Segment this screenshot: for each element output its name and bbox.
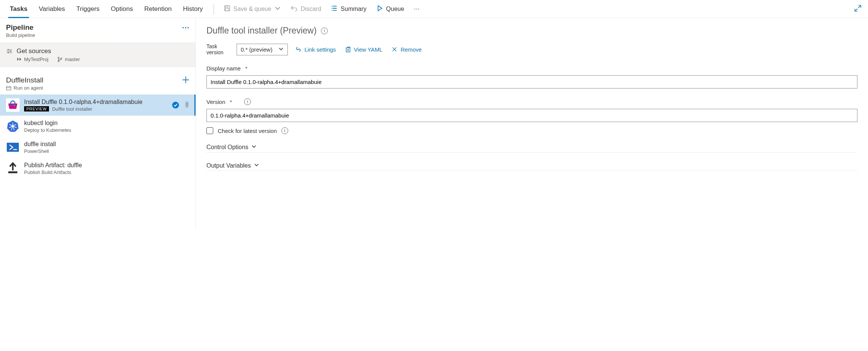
queue-label: Queue xyxy=(386,6,404,12)
artifact-icon xyxy=(6,162,20,175)
info-icon[interactable]: i xyxy=(321,27,328,34)
svg-point-8 xyxy=(11,105,12,107)
display-name-input[interactable] xyxy=(206,75,857,89)
chevron-down-icon xyxy=(278,46,284,53)
link-settings-button[interactable]: Link settings xyxy=(295,46,336,53)
task-title: kubectl login xyxy=(24,120,189,127)
panel-title: Duffle tool installer (Preview) xyxy=(206,26,316,36)
svg-rect-14 xyxy=(8,171,17,173)
check-icon xyxy=(172,102,179,108)
task-row[interactable]: Publish Artifact: dufflePublish Build Ar… xyxy=(0,158,196,179)
task-version-value: 0.* (preview) xyxy=(241,46,272,53)
info-icon[interactable]: i xyxy=(244,98,251,105)
save-queue-button[interactable]: Save & queue xyxy=(219,0,286,18)
drag-handle-icon[interactable]: ⠿⠿ xyxy=(183,103,189,107)
check-latest-label: Check for latest version xyxy=(218,128,277,134)
tab-history[interactable]: History xyxy=(178,0,208,18)
task-row[interactable]: duffle installPowerShell xyxy=(0,137,196,158)
info-icon[interactable]: i xyxy=(281,127,288,134)
task-row[interactable]: Install Duffle 0.1.0-ralpha.4+dramallama… xyxy=(0,95,196,116)
pipeline-more-icon[interactable]: ··· xyxy=(182,23,189,32)
pipeline-subtitle: Build pipeline xyxy=(6,32,35,38)
pipeline-title[interactable]: Pipeline xyxy=(6,23,35,32)
svg-point-3 xyxy=(58,57,60,58)
tab-triggers[interactable]: Triggers xyxy=(71,0,105,18)
toolbar-divider xyxy=(214,4,214,14)
sources-icon xyxy=(6,47,13,54)
task-row[interactable]: kubectl loginDeploy to Kubernetes xyxy=(0,116,196,137)
discard-button[interactable]: Discard xyxy=(286,0,326,18)
svg-rect-1 xyxy=(225,6,228,8)
svg-rect-15 xyxy=(346,48,350,52)
task-subtitle: PowerShell xyxy=(24,148,49,154)
output-variables-section[interactable]: Output Variables xyxy=(206,162,857,171)
add-task-button[interactable] xyxy=(182,76,189,85)
job-header[interactable]: DuffleInstall Run on agent xyxy=(0,67,196,95)
get-sources-row[interactable]: Get sources MyTestProj master xyxy=(0,43,196,67)
remove-button[interactable]: Remove xyxy=(391,46,422,53)
undo-icon xyxy=(291,5,298,13)
save-queue-label: Save & queue xyxy=(234,6,272,12)
branch-name: master xyxy=(57,56,80,62)
queue-button[interactable]: Queue xyxy=(372,0,409,18)
expand-icon[interactable] xyxy=(852,5,863,13)
svg-rect-6 xyxy=(6,87,11,90)
task-title: duffle install xyxy=(24,141,189,148)
top-tabs-toolbar: Tasks Variables Triggers Options Retenti… xyxy=(0,0,868,18)
ps-icon xyxy=(6,140,20,154)
discard-label: Discard xyxy=(301,6,321,12)
summary-button[interactable]: Summary xyxy=(326,0,371,18)
preview-badge: PREVIEW xyxy=(24,106,49,111)
display-name-label: Display name xyxy=(206,65,241,72)
duffle-icon xyxy=(6,98,20,112)
job-sub: Run on agent xyxy=(14,85,43,91)
svg-point-5 xyxy=(61,58,62,59)
list-icon xyxy=(331,5,338,13)
play-icon xyxy=(376,5,383,13)
svg-point-9 xyxy=(14,105,15,107)
task-subtitle: Deploy to Kubernetes xyxy=(24,127,71,133)
get-sources-title: Get sources xyxy=(17,47,80,55)
repo-name: MyTestProj xyxy=(17,56,48,62)
check-latest-checkbox[interactable] xyxy=(206,127,213,134)
tab-retention[interactable]: Retention xyxy=(139,0,177,18)
tab-variables[interactable]: Variables xyxy=(34,0,70,18)
job-name: DuffleInstall xyxy=(6,76,43,84)
save-icon xyxy=(224,5,231,13)
k8s-icon xyxy=(6,119,20,133)
task-version-select[interactable]: 0.* (preview) xyxy=(237,44,288,55)
tab-options[interactable]: Options xyxy=(105,0,138,18)
version-input[interactable] xyxy=(206,109,857,122)
more-button[interactable]: ··· xyxy=(410,5,424,13)
svg-rect-2 xyxy=(225,9,229,11)
view-yaml-button[interactable]: View YAML xyxy=(345,46,383,53)
task-subtitle: Publish Build Artifacts xyxy=(24,169,71,175)
chevron-down-icon xyxy=(274,5,281,13)
task-version-label: Task version xyxy=(206,43,223,55)
pipeline-tree: Pipeline Build pipeline ··· Get sources … xyxy=(0,18,196,229)
control-options-section[interactable]: Control Options xyxy=(206,144,857,153)
svg-point-4 xyxy=(58,60,60,62)
version-label: Version xyxy=(206,99,225,105)
task-title: Install Duffle 0.1.0-ralpha.4+dramallama… xyxy=(24,99,168,105)
tab-tasks[interactable]: Tasks xyxy=(5,0,33,18)
chevron-down-icon xyxy=(251,144,257,151)
task-subtitle: Duffle tool installer xyxy=(52,106,92,112)
task-title: Publish Artifact: duffle xyxy=(24,162,189,169)
task-detail-panel: Duffle tool installer (Preview) i Task v… xyxy=(196,18,868,229)
chevron-down-icon xyxy=(254,162,259,169)
summary-label: Summary xyxy=(341,6,366,12)
